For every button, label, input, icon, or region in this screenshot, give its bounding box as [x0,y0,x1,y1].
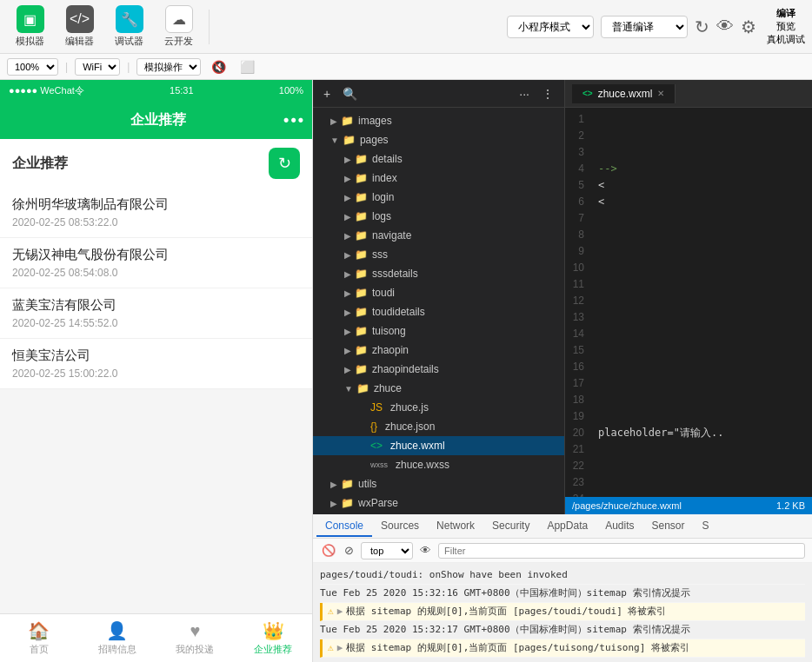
tree-sssdetails[interactable]: ▶ 📁 sssdetails [313,264,564,283]
volume-off-btn[interactable]: 🔇 [208,58,230,76]
cloud-button[interactable]: ☁ 云开发 [156,2,202,51]
tab-security[interactable]: Security [483,516,538,537]
more-btn[interactable]: ··· [516,85,533,103]
divider2: | [127,61,130,73]
file-tree: + 🔍 ··· ⋮ ▶ 📁 images ▼ 📁 pages [313,80,565,514]
folder-icon: 📁 [343,134,356,146]
wxss-file-icon: wxss [370,460,388,469]
top-toolbar: ▣ 模拟器 </> 编辑器 🔧 调试器 ☁ 云开发 小程序模式 普通编译 ↻ 👁… [0,0,812,54]
tree-zhaopin[interactable]: ▶ 📁 zhaopin [313,341,564,360]
tree-label-tuisong: tuisong [372,325,406,337]
phone-content[interactable]: 企业推荐 ↻ 徐州明华玻璃制品有限公司 2020-02-25 08:53:22.… [0,139,312,613]
file-tree-content[interactable]: ▶ 📁 images ▼ 📁 pages ▶ 📁 details [313,108,564,514]
console-clear-btn[interactable]: 🚫 [320,542,337,559]
zoom-select[interactable]: 100% [7,58,58,76]
nav-item-delivery[interactable]: ♥ 我的投递 [156,614,235,662]
tab-appdata[interactable]: AppData [538,516,596,537]
tree-details[interactable]: ▶ 📁 details [313,149,564,169]
code-content[interactable]: 123456789101112131415161718192021222324 … [565,108,812,497]
json-file-icon: {} [370,420,377,433]
tree-sss[interactable]: ▶ 📁 sss [313,245,564,264]
company-refresh-btn[interactable]: ↻ [269,148,300,179]
company-item[interactable]: 无锡汉神电气股份有限公司 2020-02-25 08:54:08.0 [0,238,312,288]
compile-select[interactable]: 普通编译 [601,16,688,38]
refresh-button[interactable]: ↻ [695,17,709,37]
tree-toudi[interactable]: ▶ 📁 toudi [313,283,564,302]
console-output[interactable]: pages/toudi/toudi: onShow have been invo… [313,563,812,661]
code-line [598,144,805,161]
arrow-icon: ▶ [344,193,351,202]
nav-item-recruit[interactable]: 👤 招聘信息 [78,614,156,662]
company-item[interactable]: 徐州明华玻璃制品有限公司 2020-02-25 08:53:22.0 [0,188,312,238]
tree-utils[interactable]: ▶ 📁 utils [313,474,564,493]
tab-s[interactable]: S [694,516,718,537]
tree-label-sss: sss [372,248,388,261]
company-item[interactable]: 恒美宝洁公司 2020-02-25 15:00:22.0 [0,339,312,389]
console-block-btn[interactable]: ⊘ [343,542,356,559]
arrow-icon: ▶ [344,155,351,164]
debugger-button[interactable]: 🔧 调试器 [106,2,152,51]
tree-navigate[interactable]: ▶ 📁 navigate [313,226,564,245]
editor-tab-active[interactable]: <> zhuce.wxml ✕ [572,84,676,103]
code-line [598,128,805,144]
nav-item-enterprise[interactable]: 👑 企业推荐 [234,614,312,662]
phone-dots: ••• [283,111,305,129]
settings-button[interactable]: ⚙ [741,17,756,37]
folder-icon: 📁 [355,248,368,261]
tree-label-toudi: toudi [372,287,395,299]
line-numbers: 123456789101112131415161718192021222324 [565,111,591,493]
tab-console[interactable]: Console [316,516,372,537]
tab-audits[interactable]: Audits [596,516,642,537]
editor-button[interactable]: </> 编辑器 [57,2,103,51]
file-tree-toolbar: + 🔍 ··· ⋮ [313,80,564,108]
company-item[interactable]: 蓝美宝洁有限公司 2020-02-25 14:55:52.0 [0,288,312,339]
console-context-select[interactable]: top [361,542,413,559]
code-line [598,408,805,425]
simulator-button[interactable]: ▣ 模拟器 [7,2,53,51]
company-date: 2020-02-25 14:55:52.0 [12,317,300,329]
screen-btn[interactable]: ⬜ [236,58,258,76]
tree-zhuce-wxml[interactable]: <> zhuce.wxml [313,436,564,455]
tab-network[interactable]: Network [428,516,483,537]
tree-label-details: details [372,153,403,165]
tab-sources[interactable]: Sources [372,516,428,537]
console-eye-btn[interactable]: 👁 [418,542,433,559]
tree-zhaopindetails[interactable]: ▶ 📁 zhaopindetails [313,360,564,379]
tree-zhuce-json[interactable]: {} zhuce.json [313,417,564,436]
editor-label: 编辑器 [65,35,94,48]
close-tab-btn[interactable]: ✕ [657,89,664,98]
search-btn[interactable]: 🔍 [339,85,361,103]
folder-icon: 📁 [355,325,368,337]
add-file-btn[interactable]: + [320,85,334,103]
tree-options-btn[interactable]: ⋮ [538,85,557,103]
tree-logs[interactable]: ▶ 📁 logs [313,207,564,226]
arrow-icon: ▶ [330,499,337,508]
mode-select[interactable]: 小程序模式 [507,16,594,38]
console-message: Tue Feb 25 2020 15:32:16 GMT+0800（中国标准时间… [320,585,805,603]
debugger-label: 调试器 [115,35,143,48]
arrow-icon: ▶ [344,250,351,260]
tree-zhuce-js[interactable]: JS zhuce.js [313,398,564,417]
tree-login[interactable]: ▶ 📁 login [313,188,564,207]
phone-simulator: ●●●●● WeChat令 15:31 100% 企业推荐 ••• 企业推荐 ↻… [0,80,313,662]
tree-zhuce[interactable]: ▼ 📁 zhuce [313,379,564,398]
tree-wxparse[interactable]: ▶ 📁 wxParse [313,493,564,513]
code-line [598,293,805,309]
tree-images[interactable]: ▶ 📁 images [313,111,564,130]
editor-tab-bar: <> zhuce.wxml ✕ [565,80,812,108]
tree-tuisong[interactable]: ▶ 📁 tuisong [313,321,564,341]
ext-icon: <> [582,89,593,98]
nav-label-delivery: 我的投递 [176,643,214,656]
console-filter-input[interactable] [438,543,805,559]
code-line [598,392,805,408]
wifi-select[interactable]: WiFi [75,58,120,76]
tab-sensor[interactable]: Sensor [643,516,694,537]
tree-index[interactable]: ▶ 📁 index [313,169,564,188]
tree-zhuce-wxss[interactable]: wxss zhuce.wxss [313,455,564,474]
tree-toudidetails[interactable]: ▶ 📁 toudidetails [313,302,564,321]
nav-item-home[interactable]: 🏠 首页 [0,614,78,662]
code-line: < [598,194,805,210]
simulate-select[interactable]: 模拟操作 [136,58,201,76]
eye-button[interactable]: 👁 [716,17,734,36]
tree-pages[interactable]: ▼ 📁 pages [313,130,564,149]
